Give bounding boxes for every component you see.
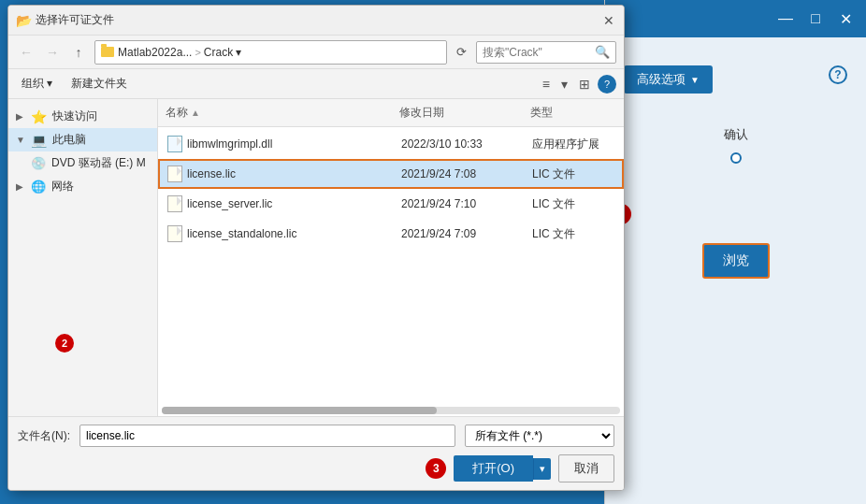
view-icons: ≡ ▾ ⊞ ?	[539, 75, 616, 94]
col-name-label: 名称	[166, 105, 188, 121]
disk-icon: 💿	[31, 156, 46, 170]
buttons-row: 3 打开(O) ▾ 取消	[18, 454, 614, 482]
badge-3: 3	[426, 458, 446, 479]
dialog-icon: 📂	[16, 13, 32, 28]
file-list: libmwlmgrimpl.dll 2022/3/10 10:33 应用程序扩展…	[158, 127, 624, 405]
file-date-cell: 2021/9/24 7:10	[394, 195, 525, 212]
file-name-cell: license.lic	[160, 164, 394, 184]
sidebar-item-quick-access[interactable]: ▶ ⭐ 快速访问	[8, 105, 157, 128]
open-button[interactable]: 打开(O)	[454, 455, 533, 482]
file-name: license_server.lic	[187, 197, 272, 210]
table-row[interactable]: libmwlmgrimpl.dll 2022/3/10 10:33 应用程序扩展	[158, 129, 624, 159]
dialog-title: 选择许可证文件	[36, 12, 598, 28]
table-row[interactable]: license.lic 2021/9/24 7:08 LIC 文件	[158, 159, 624, 189]
table-row[interactable]: license_standalone.lic 2021/9/24 7:09 LI…	[158, 219, 624, 249]
action-toolbar: 组织 ▾ 新建文件夹 ≡ ▾ ⊞ ?	[8, 69, 624, 99]
file-name-cell: license_server.lic	[160, 194, 394, 214]
col-type-label: 类型	[530, 106, 553, 119]
installer-content: 高级选项 ▼ ? 确认 1 浏览	[605, 47, 866, 297]
organize-button[interactable]: 组织 ▾	[16, 73, 58, 94]
file-date-cell: 2021/9/24 7:09	[394, 225, 525, 242]
table-row[interactable]: license_server.lic 2021/9/24 7:10 LIC 文件	[158, 189, 624, 219]
confirm-dot	[730, 152, 742, 164]
file-icon	[167, 136, 182, 152]
filename-input[interactable]	[79, 425, 455, 447]
confirm-label: 确认	[724, 126, 748, 143]
file-list-area: 名称 ▲ 修改日期 类型 libmwlmgrimpl.dll 2022/3/10…	[158, 99, 624, 416]
expand-icon: ▶	[16, 111, 25, 122]
filename-row: 文件名(N): 所有文件 (*.*)	[18, 425, 614, 447]
file-icon	[167, 225, 182, 242]
file-type-cell: LIC 文件	[525, 224, 622, 244]
badge-2: 2	[55, 334, 74, 353]
sidebar-label-dvd: DVD 驱动器 (E:) M	[51, 155, 146, 171]
forward-button[interactable]: →	[42, 42, 63, 63]
search-bar: 🔍	[476, 41, 616, 64]
filetype-select[interactable]: 所有文件 (*.*)	[465, 425, 614, 447]
search-button[interactable]: 🔍	[595, 45, 610, 59]
file-icon	[167, 195, 182, 212]
file-type-cell: 应用程序扩展	[525, 135, 622, 154]
sidebar-item-this-pc[interactable]: ▼ 💻 此电脑 2	[8, 128, 157, 151]
breadcrumb-root: Matlab2022a...	[118, 46, 192, 59]
address-bar[interactable]: Matlab2022a... > Crack ▾	[94, 40, 447, 65]
file-name: license_standalone.lic	[187, 227, 296, 240]
close-button[interactable]: ✕	[834, 7, 857, 30]
file-type: LIC 文件	[532, 226, 575, 242]
dialog-close-button[interactable]: ✕	[601, 13, 616, 28]
installer-header: — □ ✕	[605, 0, 866, 37]
file-icon	[167, 166, 182, 182]
panes-button[interactable]: ⊞	[575, 75, 594, 94]
file-date-cell: 2021/9/24 7:08	[394, 166, 525, 182]
new-folder-button[interactable]: 新建文件夹	[64, 73, 135, 94]
refresh-button[interactable]: ⟳	[453, 43, 470, 61]
search-input[interactable]	[483, 46, 591, 59]
chevron-icon: ▼	[690, 75, 700, 85]
file-name: libmwlmgrimpl.dll	[187, 137, 272, 151]
expand-icon: ▶	[16, 181, 25, 192]
breadcrumb-current: Crack	[204, 46, 233, 59]
file-dialog: 📂 选择许可证文件 ✕ ← → ↑ Matlab2022a... > Crack…	[7, 5, 625, 491]
file-date: 2022/3/10 10:33	[401, 137, 483, 151]
main-area: ▶ ⭐ 快速访问 ▼ 💻 此电脑 2 💿 DVD 驱动器 (E:) M ▶ 🌐 …	[8, 99, 624, 416]
column-date-header[interactable]: 修改日期	[392, 103, 523, 122]
dialog-help-button[interactable]: ?	[598, 75, 616, 94]
up-button[interactable]: ↑	[68, 42, 89, 63]
sidebar-item-dvd[interactable]: 💿 DVD 驱动器 (E:) M	[8, 151, 157, 175]
breadcrumb: Matlab2022a... > Crack ▾	[118, 46, 241, 59]
column-name-header[interactable]: 名称 ▲	[158, 103, 392, 122]
minimize-button[interactable]: —	[774, 7, 797, 30]
back-button[interactable]: ←	[16, 42, 36, 63]
view-dropdown-button[interactable]: ▾	[557, 75, 571, 94]
sidebar-label-this-pc: 此电脑	[52, 132, 86, 148]
cancel-button[interactable]: 取消	[558, 454, 614, 482]
horizontal-scrollbar[interactable]	[162, 407, 620, 414]
file-date: 2021/9/24 7:08	[401, 167, 476, 180]
open-btn-group: 3 打开(O) ▾	[454, 455, 551, 482]
browse-button[interactable]: 浏览	[702, 243, 770, 279]
computer-icon: 💻	[31, 133, 47, 148]
scrollbar-thumb	[162, 407, 437, 414]
file-type-cell: LIC 文件	[525, 165, 622, 184]
breadcrumb-separator-icon: >	[195, 47, 200, 58]
bottom-area: 文件名(N): 所有文件 (*.*) 3 打开(O) ▾ 取消	[8, 416, 624, 490]
file-type: LIC 文件	[532, 196, 575, 212]
sidebar-item-network[interactable]: ▶ 🌐 网络	[8, 175, 157, 198]
file-type-cell: LIC 文件	[525, 194, 622, 214]
file-list-header: 名称 ▲ 修改日期 类型	[158, 99, 624, 127]
file-type: 应用程序扩展	[532, 137, 599, 152]
file-type: LIC 文件	[532, 166, 575, 182]
help-icon[interactable]: ?	[829, 65, 847, 84]
expand-icon: ▼	[16, 135, 25, 145]
open-dropdown-button[interactable]: ▾	[533, 458, 551, 480]
column-type-header[interactable]: 类型	[523, 103, 624, 122]
network-icon: 🌐	[31, 180, 46, 194]
sidebar-label-quick-access: 快速访问	[52, 108, 97, 124]
maximize-button[interactable]: □	[804, 7, 827, 30]
file-name-cell: libmwlmgrimpl.dll	[160, 134, 394, 154]
advanced-options-button[interactable]: 高级选项 ▼	[624, 65, 713, 94]
confirm-section: 确认	[624, 126, 847, 164]
file-date-cell: 2022/3/10 10:33	[394, 136, 525, 152]
list-view-button[interactable]: ≡	[539, 75, 554, 94]
file-date: 2021/9/24 7:10	[401, 197, 476, 210]
